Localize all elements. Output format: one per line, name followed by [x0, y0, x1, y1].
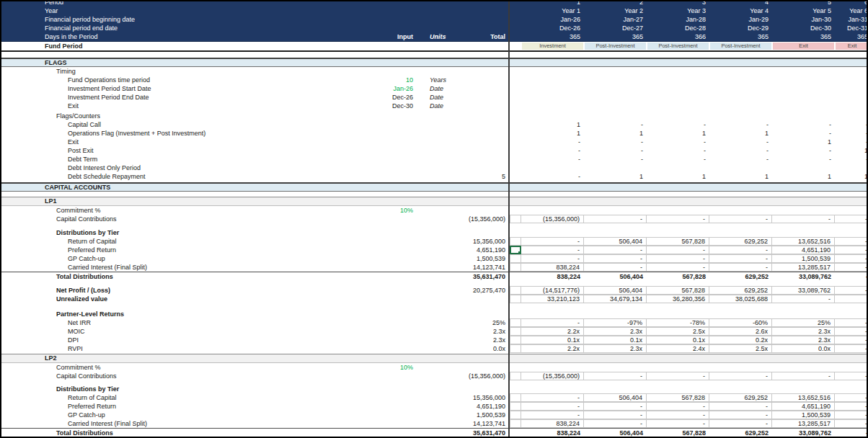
row-operations-flag-y1-cell[interactable]: 1	[521, 129, 584, 138]
row-lp1-moic-y1-cell[interactable]: 2.2x	[521, 327, 584, 336]
row-year-y1[interactable]: Year 1	[521, 6, 584, 15]
row-lp1-unrealized-value-y1-cell[interactable]: 33,210,123	[521, 295, 584, 303]
row-investment-period-end-date-input-cell[interactable]: Dec-26	[375, 94, 413, 101]
row-capital-call-y2-cell[interactable]: -	[584, 120, 647, 129]
row-lp1-unrealized-value-y2-cell[interactable]: 34,679,134	[584, 295, 647, 303]
row-days-in-period-y4[interactable]: 365	[709, 32, 772, 41]
row-investment-period-start-date-y5-cell[interactable]	[772, 84, 835, 93]
row-lp1-moic-y5-cell[interactable]: 2.3x	[772, 327, 835, 336]
row-lp1-partner-level-returns-y2-cell[interactable]	[584, 310, 647, 318]
row-lp2-carried-interest-y4-cell[interactable]: -	[709, 419, 772, 428]
row-lp1-net-irr-y5-cell[interactable]: 25%	[772, 318, 835, 327]
row-debt-term-flag-y5-cell[interactable]: -	[772, 155, 835, 164]
row-lp1-commitment-pct-y3-cell[interactable]	[647, 206, 709, 215]
row-exit-flag-y5-cell[interactable]: 1	[772, 138, 835, 146]
row-lp2-preferred-return-y5-cell[interactable]: 4,651,190	[772, 402, 835, 411]
row-lp1-capital-contributions-y3-cell[interactable]: -	[647, 215, 709, 223]
row-exit-flag-y3-cell[interactable]: -	[647, 138, 709, 146]
row-lp1-distributions-by-tier-y2-cell[interactable]	[584, 228, 647, 237]
row-exit-flag-y6-cell[interactable]: -	[835, 138, 868, 146]
row-lp1-net-irr-y2-cell[interactable]: -97%	[584, 318, 647, 327]
row-investment-period-end-date-y2-cell[interactable]	[584, 93, 647, 102]
row-period-end-date-y1[interactable]: Dec-26	[521, 24, 584, 32]
row-lp1-net-profit-loss-y2-cell[interactable]: 506,404	[584, 286, 647, 295]
row-lp2-distributions-by-tier-y4-cell[interactable]	[709, 385, 772, 393]
row-lp1-rvpi-y1-cell[interactable]: 2.2x	[521, 344, 584, 353]
row-lp1-capital-contributions-y6-cell[interactable]: -	[835, 215, 868, 223]
row-lp1-return-of-capital-y2-cell[interactable]: 506,404	[584, 237, 647, 246]
row-lp2-return-of-capital-y4-cell[interactable]: 629,252	[709, 393, 772, 402]
row-days-in-period-y3[interactable]: 366	[647, 32, 709, 41]
row-period-end-date-y5[interactable]: Dec-30	[772, 24, 835, 32]
row-lp1-carried-interest-y6-cell[interactable]: -	[835, 263, 868, 272]
row-days-in-period-y2[interactable]: 365	[584, 32, 647, 41]
row-debt-schedule-repayment-y5-cell[interactable]: 1	[772, 172, 835, 181]
row-lp1-capital-contributions-y4-cell[interactable]: -	[709, 215, 772, 223]
row-year-y2[interactable]: Year 2	[584, 6, 647, 15]
row-flags-counters-y1-cell[interactable]	[521, 112, 584, 120]
row-investment-period-end-date-y5-cell[interactable]	[772, 93, 835, 102]
row-timing-y1-cell[interactable]	[521, 67, 584, 76]
row-lp2-total-distributions-y3-cell[interactable]: 567,828	[647, 429, 709, 437]
row-period-y5[interactable]: 5	[772, 1, 835, 5]
row-post-exit-flag-y3-cell[interactable]: -	[647, 146, 709, 155]
row-debt-interest-only-period-y1-cell[interactable]	[521, 164, 584, 172]
row-lp2-return-of-capital-y2-cell[interactable]: 506,404	[584, 393, 647, 402]
row-debt-term-flag-y3-cell[interactable]: -	[647, 155, 709, 164]
row-lp1-total-distributions-y5-cell[interactable]: 33,089,762	[772, 272, 835, 281]
row-capital-call-y6-cell[interactable]: -	[835, 120, 868, 129]
row-lp1-dpi-y3-cell[interactable]: 0.1x	[647, 336, 709, 344]
row-lp1-dpi-y2-cell[interactable]: 0.1x	[584, 336, 647, 344]
row-lp2-total-distributions-total-cell[interactable]: 35,631,470	[461, 430, 510, 437]
row-exit-date-y3-cell[interactable]	[647, 102, 709, 110]
row-lp1-preferred-return-y2-cell[interactable]: -	[584, 246, 647, 254]
row-flags-counters-y5-cell[interactable]	[772, 112, 835, 120]
row-lp2-return-of-capital-y6-cell[interactable]: -	[835, 393, 868, 402]
row-lp1-dpi-y5-cell[interactable]: 2.3x	[772, 336, 835, 344]
row-lp1-capital-contributions-y2-cell[interactable]: -	[584, 215, 647, 223]
row-lp1-moic-y2-cell[interactable]: 2.3x	[584, 327, 647, 336]
row-lp2-preferred-return-y1-cell[interactable]: -	[521, 402, 584, 411]
row-lp2-distributions-by-tier-y1-cell[interactable]	[521, 385, 584, 393]
row-exit-date-input-cell[interactable]: Dec-30	[375, 103, 413, 110]
row-lp1-dpi-y4-cell[interactable]: 0.2x	[709, 336, 772, 344]
row-lp1-preferred-return-y4-cell[interactable]: -	[709, 246, 772, 254]
row-lp1-partner-level-returns-y5-cell[interactable]	[772, 310, 835, 318]
row-lp2-capital-contributions-y2-cell[interactable]: -	[584, 372, 647, 380]
row-post-exit-flag-y5-cell[interactable]: -	[772, 146, 835, 155]
row-exit-date-y6-cell[interactable]	[835, 102, 868, 110]
row-lp1-unrealized-value-y5-cell[interactable]: -	[772, 295, 835, 303]
row-lp2-capital-contributions-y6-cell[interactable]: -	[835, 372, 868, 380]
row-lp2-total-distributions-y6-cell[interactable]: -	[835, 429, 868, 437]
row-debt-schedule-repayment-y2-cell[interactable]: 1	[584, 172, 647, 181]
row-fund-operations-time-period-y2-cell[interactable]	[584, 76, 647, 84]
row-lp2-commitment-pct-input-cell[interactable]: 10%	[375, 365, 413, 371]
row-lp2-gp-catch-up-total-cell[interactable]: 1,500,539	[461, 412, 510, 419]
row-lp1-rvpi-y6-cell[interactable]: -	[835, 344, 868, 353]
row-lp1-net-profit-loss-y5-cell[interactable]: 33,089,762	[772, 286, 835, 295]
row-timing-y5-cell[interactable]	[772, 67, 835, 76]
row-lp1-commitment-pct-y6-cell[interactable]	[835, 206, 868, 215]
row-capital-call-y4-cell[interactable]: -	[709, 120, 772, 129]
row-lp1-total-distributions-total-cell[interactable]: 35,631,470	[461, 274, 510, 280]
row-capital-call-y5-cell[interactable]: -	[772, 120, 835, 129]
row-exit-flag-y4-cell[interactable]: -	[709, 138, 772, 146]
row-lp2-carried-interest-y1-cell[interactable]: 838,224	[521, 419, 584, 428]
row-flags-counters-y6-cell[interactable]	[835, 112, 868, 120]
row-lp2-preferred-return-y6-cell[interactable]: -	[835, 402, 868, 411]
row-lp2-carried-interest-y3-cell[interactable]: -	[647, 419, 709, 428]
row-period-end-date-y2[interactable]: Dec-27	[584, 24, 647, 32]
row-operations-flag-y6-cell[interactable]: -	[835, 129, 868, 138]
row-period-end-date-y4[interactable]: Dec-29	[709, 24, 772, 32]
row-lp1-total-distributions-y1-cell[interactable]: 838,224	[521, 272, 584, 281]
row-lp1-moic-total-cell[interactable]: 2.3x	[461, 328, 510, 335]
row-period-y1[interactable]: 1	[521, 1, 584, 5]
row-lp2-preferred-return-y2-cell[interactable]: -	[584, 402, 647, 411]
row-exit-date-y1-cell[interactable]	[521, 102, 584, 110]
row-period-y2[interactable]: 2	[584, 1, 647, 5]
row-lp1-partner-level-returns-y3-cell[interactable]	[647, 310, 709, 318]
row-lp1-return-of-capital-y5-cell[interactable]: 13,652,516	[772, 237, 835, 246]
row-lp1-gp-catch-up-y6-cell[interactable]: -	[835, 254, 868, 263]
row-lp2-carried-interest-y5-cell[interactable]: 13,285,517	[772, 419, 835, 428]
row-debt-interest-only-period-y3-cell[interactable]	[647, 164, 709, 172]
